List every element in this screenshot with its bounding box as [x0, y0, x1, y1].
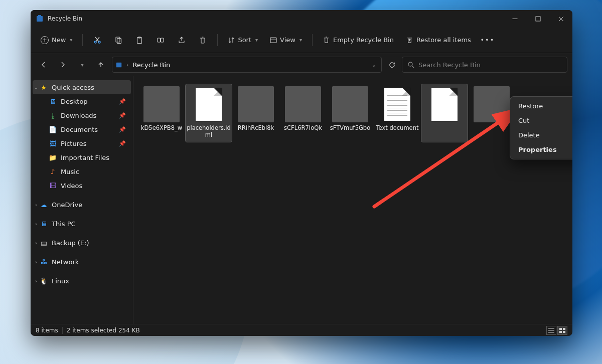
- copy-button[interactable]: [110, 32, 127, 49]
- refresh-button[interactable]: [385, 58, 399, 72]
- sidebar-item-label: Documents: [61, 126, 98, 133]
- window-title: Recycle Bin: [48, 15, 82, 22]
- file-item[interactable]: sCFL6R7IoQk: [280, 84, 326, 142]
- chevron-down-icon: ▾: [81, 62, 83, 68]
- view-thumbnails-button[interactable]: [557, 326, 567, 335]
- sidebar-item-onedrive[interactable]: › ☁ OneDrive: [33, 198, 131, 212]
- sidebar-item-label: This PC: [52, 220, 76, 228]
- view-label: View: [280, 36, 295, 44]
- sidebar-item-label: Pictures: [61, 140, 86, 147]
- sidebar-item-videos[interactable]: 🎞 Videos: [33, 178, 131, 193]
- minimize-button[interactable]: [503, 10, 526, 27]
- trash-icon: [323, 36, 330, 44]
- chevron-down-icon: ▾: [299, 37, 302, 43]
- new-button[interactable]: + New ▾: [37, 32, 76, 49]
- more-icon: •••: [480, 36, 495, 44]
- file-item[interactable]: [469, 84, 515, 142]
- sidebar-item-linux[interactable]: › 🐧 Linux: [33, 274, 131, 288]
- sidebar-item-downloads[interactable]: ⭳ Downloads 📌: [33, 108, 131, 122]
- nav-recent-button[interactable]: ▾: [74, 57, 90, 73]
- titlebar: Recycle Bin: [31, 10, 572, 27]
- rename-button[interactable]: [152, 32, 169, 49]
- sidebar-item-important-files[interactable]: 📁 Important Files: [33, 150, 131, 164]
- view-button[interactable]: View ▾: [266, 32, 306, 49]
- context-menu-restore[interactable]: Restore: [510, 99, 572, 113]
- pictures-icon: 🖼: [49, 139, 57, 147]
- search-box[interactable]: [402, 57, 567, 73]
- view-details-button[interactable]: [546, 326, 556, 335]
- sidebar-item-pictures[interactable]: 🖼 Pictures 📌: [33, 136, 131, 150]
- empty-recycle-bin-button[interactable]: Empty Recycle Bin: [319, 32, 398, 49]
- svg-rect-26: [563, 328, 565, 330]
- file-name: sCFL6R7IoQk: [284, 124, 322, 131]
- svg-rect-25: [559, 328, 562, 330]
- sidebar-item-label: Videos: [61, 182, 82, 190]
- breadcrumb-location[interactable]: Recycle Bin: [132, 61, 170, 69]
- file-item[interactable]: [421, 84, 468, 142]
- context-menu-delete[interactable]: Delete: [510, 128, 572, 142]
- documents-icon: 📄: [49, 125, 57, 133]
- share-icon: [178, 36, 186, 44]
- cloud-icon: ☁: [40, 201, 48, 209]
- nav-forward-button[interactable]: [55, 57, 71, 73]
- chevron-down-icon: ▾: [70, 37, 72, 43]
- file-item[interactable]: kD5e6XPB8_w: [138, 84, 185, 142]
- context-menu-cut[interactable]: Cut: [510, 113, 572, 128]
- context-menu: Restore Cut Delete Properties: [510, 96, 572, 159]
- sidebar-item-music[interactable]: ♪ Music: [33, 164, 131, 178]
- pc-icon: 🖥: [40, 220, 48, 228]
- share-button[interactable]: [173, 32, 190, 49]
- nav-back-button[interactable]: [36, 57, 52, 73]
- sidebar-item-desktop[interactable]: 🖥 Desktop 📌: [33, 94, 131, 108]
- more-button[interactable]: •••: [479, 32, 496, 49]
- svg-rect-11: [117, 38, 121, 43]
- svg-point-6: [94, 41, 96, 43]
- sidebar-item-this-pc[interactable]: › 🖥 This PC: [33, 217, 131, 231]
- delete-button[interactable]: [194, 32, 211, 49]
- search-input[interactable]: [418, 61, 562, 69]
- clipboard-icon: [135, 36, 143, 44]
- sidebar-item-backup[interactable]: › 🖴 Backup (E:): [33, 236, 131, 250]
- file-explorer-window: Recycle Bin + New ▾: [31, 10, 572, 336]
- cut-button[interactable]: [89, 32, 106, 49]
- star-icon: ★: [40, 83, 48, 91]
- close-button[interactable]: [549, 10, 572, 27]
- breadcrumb-separator-icon: ›: [126, 62, 128, 68]
- sidebar: ⌄ ★ Quick access 🖥 Desktop 📌 ⭳ Downloads…: [31, 76, 133, 324]
- sidebar-item-documents[interactable]: 📄 Documents 📌: [33, 122, 131, 136]
- maximize-button[interactable]: [526, 10, 549, 27]
- file-item[interactable]: placeholders.idml: [186, 84, 232, 142]
- image-thumbnail: [238, 86, 274, 122]
- content-pane[interactable]: kD5e6XPB8_wplaceholders.idmlRRihRcEbl8ks…: [133, 76, 572, 324]
- svg-point-19: [408, 62, 412, 66]
- svg-rect-27: [559, 331, 562, 333]
- file-name: Text document: [376, 124, 419, 131]
- context-menu-properties[interactable]: Properties: [510, 142, 572, 157]
- svg-rect-0: [37, 16, 43, 22]
- sidebar-item-label: Music: [61, 168, 79, 175]
- restore-icon: [406, 36, 413, 44]
- scissors-icon: [93, 36, 101, 44]
- file-item[interactable]: sFTVmuf5Gbo: [327, 84, 373, 142]
- address-history-button[interactable]: ⌄: [370, 60, 378, 70]
- status-bar: 8 items 2 items selected 254 KB: [31, 324, 572, 336]
- chevron-right-icon: ›: [33, 202, 40, 208]
- sidebar-quick-access[interactable]: ⌄ ★ Quick access: [33, 80, 131, 94]
- file-grid: kD5e6XPB8_wplaceholders.idmlRRihRcEbl8ks…: [138, 84, 567, 142]
- svg-rect-18: [116, 63, 122, 68]
- nav-up-button[interactable]: [93, 57, 109, 73]
- svg-rect-28: [563, 331, 565, 333]
- address-bar[interactable]: › Recycle Bin ⌄: [112, 57, 382, 73]
- copy-icon: [114, 36, 122, 44]
- sort-button[interactable]: Sort ▾: [224, 32, 262, 49]
- restore-all-button[interactable]: Restore all items: [402, 32, 475, 49]
- paste-button[interactable]: [131, 32, 148, 49]
- empty-label: Empty Recycle Bin: [333, 36, 394, 44]
- sidebar-item-network[interactable]: › 🖧 Network: [33, 255, 131, 269]
- svg-rect-10: [116, 37, 120, 42]
- file-item[interactable]: RRihRcEbl8k: [233, 84, 279, 142]
- file-item[interactable]: Text document: [374, 84, 420, 142]
- drive-icon: 🖴: [40, 239, 48, 247]
- view-icon: [270, 37, 277, 44]
- linux-icon: 🐧: [40, 277, 48, 285]
